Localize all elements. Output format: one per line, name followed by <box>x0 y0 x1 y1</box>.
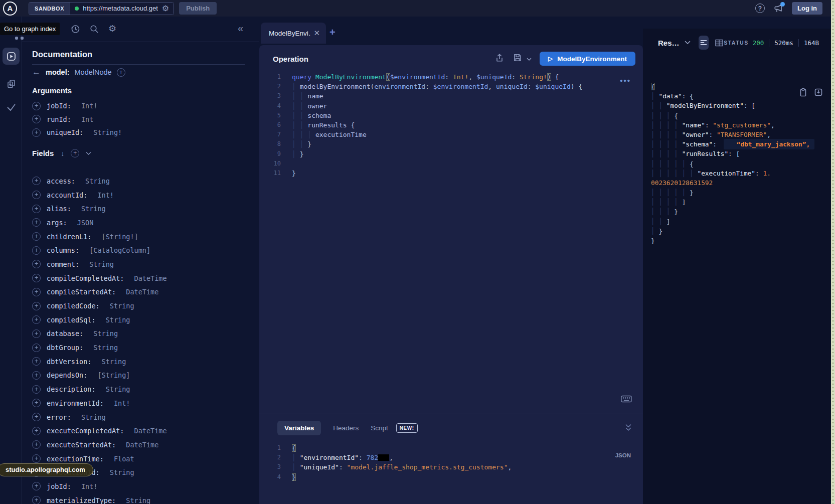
docs-row-type[interactable]: String <box>106 316 130 324</box>
response-dropdown-chevron-icon[interactable] <box>685 41 691 45</box>
add-to-query-icon[interactable]: + <box>32 440 41 449</box>
endpoint-url-input[interactable]: https://metadata.cloud.get <box>83 5 158 12</box>
add-to-query-icon[interactable]: + <box>32 128 41 137</box>
docs-row[interactable]: +executeCompletedAt: DateTime <box>32 424 259 438</box>
chevron-down-icon[interactable] <box>86 151 91 155</box>
docs-row-type[interactable]: String <box>89 260 114 268</box>
add-to-query-icon[interactable]: + <box>32 482 41 490</box>
add-to-query-icon[interactable]: + <box>32 385 41 394</box>
close-tab-icon[interactable]: ✕ <box>313 29 320 38</box>
apollo-logo[interactable]: A <box>3 2 17 16</box>
add-to-query-icon[interactable]: + <box>32 177 41 185</box>
docs-row-type[interactable]: DateTime <box>134 274 167 282</box>
keyboard-shortcuts-icon[interactable] <box>621 395 632 403</box>
docs-row-type[interactable]: String <box>93 329 118 338</box>
docs-row-type[interactable]: String <box>93 344 118 352</box>
docs-row-type[interactable]: DateTime <box>126 441 158 449</box>
new-tab-button[interactable]: + <box>329 27 336 38</box>
variables-editor[interactable]: 1234 {│ "environmentId": 782,│ "uniqueId… <box>259 443 512 482</box>
docs-row[interactable]: +accountId: Int! <box>32 188 259 202</box>
login-button[interactable]: Log in <box>792 2 822 15</box>
docs-row[interactable]: +jobId: Int! <box>32 99 259 113</box>
add-to-query-icon[interactable]: + <box>32 302 41 310</box>
operation-kebab-menu-icon[interactable]: ••• <box>620 76 631 85</box>
docs-row-type[interactable]: String <box>81 205 106 213</box>
docs-row[interactable]: +compiledCode: String <box>32 299 259 313</box>
docs-row-type[interactable]: Int! <box>81 482 98 490</box>
publish-button[interactable]: Publish <box>179 2 217 15</box>
docs-row[interactable]: +jobId: Int! <box>32 479 259 493</box>
docs-row-type[interactable]: String <box>85 177 110 185</box>
tab-script[interactable]: Script <box>371 424 388 432</box>
docs-row[interactable]: +runId: Int <box>32 113 259 126</box>
docs-row-type[interactable]: [String] <box>97 371 130 379</box>
docs-row-type[interactable]: Int! <box>114 399 130 407</box>
sort-fields-icon[interactable]: ↓ <box>61 149 64 157</box>
docs-row-type[interactable]: Int <box>81 115 93 123</box>
docs-type-link[interactable]: ModelNode <box>75 68 112 76</box>
docs-settings-icon[interactable]: ⚙ <box>108 24 116 34</box>
add-to-query-icon[interactable]: + <box>32 102 41 110</box>
collapse-docs-icon[interactable]: « <box>238 23 243 34</box>
add-to-query-icon[interactable]: + <box>32 191 41 199</box>
add-to-query-icon[interactable]: + <box>32 274 41 282</box>
docs-row-type[interactable]: String <box>110 302 134 310</box>
docs-row-type[interactable]: Float <box>114 455 134 463</box>
docs-row-type[interactable]: [String!] <box>102 233 138 241</box>
docs-row-type[interactable]: Int! <box>97 191 114 199</box>
tab-variables[interactable]: Variables <box>277 421 321 435</box>
docs-row[interactable]: +dependsOn: [String] <box>32 369 259 383</box>
add-to-query-icon[interactable]: + <box>32 413 41 421</box>
add-to-query-icon[interactable]: + <box>32 115 41 123</box>
docs-row[interactable]: +executeStartedAt: DateTime <box>32 438 259 452</box>
docs-row-type[interactable]: String <box>126 496 150 504</box>
add-to-query-icon[interactable]: + <box>32 357 41 366</box>
variables-code[interactable]: {│ "environmentId": 782,│ "uniqueId": "m… <box>292 443 512 482</box>
docs-row[interactable]: +compileCompletedAt: DateTime <box>32 271 259 285</box>
add-type-icon[interactable]: + <box>117 68 125 77</box>
save-operation-icon[interactable] <box>513 53 522 64</box>
download-response-icon[interactable] <box>814 88 823 99</box>
docs-row[interactable]: +dbtGroup: String <box>32 341 259 355</box>
add-to-query-icon[interactable]: + <box>32 427 41 435</box>
tree-view-toggle[interactable] <box>699 36 709 50</box>
docs-row[interactable]: +args: JSON <box>32 216 259 230</box>
add-to-query-icon[interactable]: + <box>32 315 41 324</box>
docs-row[interactable]: +alias: String <box>32 202 259 216</box>
add-to-query-icon[interactable]: + <box>32 260 41 268</box>
add-to-query-icon[interactable]: + <box>32 288 41 296</box>
run-operation-button[interactable]: ▷ ModelByEnvironment <box>540 52 635 66</box>
collapse-variables-icon[interactable] <box>625 423 632 432</box>
save-dropdown-chevron-icon[interactable] <box>527 54 532 63</box>
docs-row[interactable]: +childrenL1: [String!] <box>32 230 259 244</box>
add-to-query-icon[interactable]: + <box>32 371 41 380</box>
add-to-query-icon[interactable]: + <box>32 329 41 338</box>
add-to-query-icon[interactable]: + <box>32 218 41 227</box>
add-to-query-icon[interactable]: + <box>32 344 41 352</box>
docs-row-type[interactable]: [CatalogColumn] <box>89 246 150 254</box>
share-operation-icon[interactable] <box>495 53 504 65</box>
docs-row[interactable]: +compileStartedAt: DateTime <box>32 285 259 299</box>
docs-row[interactable]: +environmentId: Int! <box>32 396 259 410</box>
page-edge-scroll-strip[interactable] <box>831 0 835 504</box>
operation-editor[interactable]: 1234567891011 query ModelByEnvironment($… <box>259 72 643 178</box>
docs-row-type[interactable]: String <box>110 468 134 476</box>
docs-row-type[interactable]: DateTime <box>134 427 167 435</box>
docs-row-type[interactable]: String <box>81 413 106 421</box>
sidebar-item-checks[interactable] <box>6 103 17 112</box>
search-icon[interactable] <box>89 24 99 34</box>
docs-row[interactable]: +comment: String <box>32 257 259 271</box>
operation-tab[interactable]: ModelByEnvi… ✕ <box>261 23 326 44</box>
operation-code[interactable]: query ModelByEnvironment($environmentId:… <box>292 72 582 178</box>
add-to-query-icon[interactable]: + <box>32 246 41 255</box>
docs-row[interactable]: +compiledSql: String <box>32 313 259 327</box>
docs-row[interactable]: +description: String <box>32 382 259 396</box>
endpoint-settings-icon[interactable]: ⚙ <box>162 5 169 13</box>
add-to-query-icon[interactable]: + <box>32 454 41 463</box>
sidebar-item-changelog[interactable] <box>6 79 17 89</box>
docs-row-type[interactable]: String! <box>93 128 122 136</box>
history-icon[interactable] <box>70 24 80 34</box>
add-to-query-icon[interactable]: + <box>32 205 41 213</box>
docs-row[interactable]: +error: String <box>32 410 259 424</box>
docs-row-type[interactable]: JSON <box>77 219 94 227</box>
